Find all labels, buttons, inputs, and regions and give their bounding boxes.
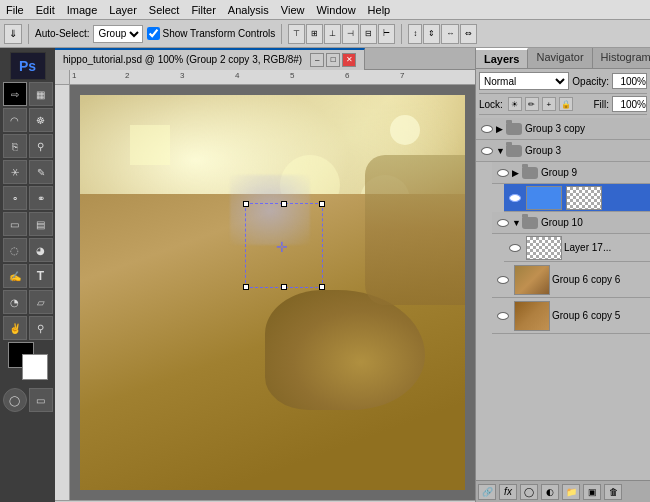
- maximize-btn[interactable]: □: [326, 53, 340, 67]
- menu-file[interactable]: File: [0, 2, 30, 18]
- minimize-btn[interactable]: –: [310, 53, 324, 67]
- layer-item-group10[interactable]: ▼ Group 10: [492, 212, 650, 234]
- align-vcenter-btn[interactable]: ⊞: [306, 24, 323, 44]
- folder-icon-group9: [522, 167, 538, 179]
- canvas-tab-item[interactable]: hippo_tutorial.psd @ 100% (Group 2 copy …: [55, 48, 365, 70]
- blur-tool[interactable]: ◌: [3, 238, 27, 262]
- folder-arrow: ▶: [496, 124, 506, 134]
- menu-window[interactable]: Window: [310, 2, 361, 18]
- lasso-tool[interactable]: ◠: [3, 108, 27, 132]
- new-layer-btn[interactable]: ▣: [583, 484, 601, 500]
- layer-item-selected[interactable]: [504, 184, 650, 212]
- align-top-btn[interactable]: ⊤: [288, 24, 305, 44]
- selection-handle-tc[interactable]: [281, 201, 287, 207]
- eye-icon-group3[interactable]: [478, 142, 496, 160]
- hand-tool[interactable]: ✌: [3, 316, 27, 340]
- zoom-tool[interactable]: ⚲: [29, 316, 53, 340]
- fill-input[interactable]: [612, 96, 647, 112]
- eye-icon-layer17[interactable]: [506, 239, 524, 257]
- layer-item-group3copy[interactable]: ▶ Group 3 copy: [476, 118, 650, 140]
- canvas-inner[interactable]: ✛: [70, 85, 475, 500]
- ruler-label-7: 7: [400, 71, 404, 80]
- autoselect-dropdown[interactable]: Group Layer: [93, 25, 143, 43]
- menu-select[interactable]: Select: [143, 2, 186, 18]
- align-right-btn[interactable]: ⊢: [378, 24, 395, 44]
- screen-mode-tool[interactable]: ▭: [29, 388, 53, 412]
- menu-image[interactable]: Image: [61, 2, 104, 18]
- lock-all-btn[interactable]: 🔒: [559, 97, 573, 111]
- quick-mask-tool[interactable]: ◯: [3, 388, 27, 412]
- healing-tool[interactable]: ⚹: [3, 160, 27, 184]
- align-bottom-btn[interactable]: ⊥: [324, 24, 341, 44]
- link-layers-btn[interactable]: 🔗: [478, 484, 496, 500]
- lock-position-btn[interactable]: +: [542, 97, 556, 111]
- eye-icon-group3copy[interactable]: [478, 120, 496, 138]
- selection-tool[interactable]: ▦: [29, 82, 53, 106]
- gradient-tool[interactable]: ▤: [29, 212, 53, 236]
- folder-icon-group3copy: [506, 123, 522, 135]
- move-tool[interactable]: ⇨: [3, 82, 27, 106]
- dodge-tool[interactable]: ◕: [29, 238, 53, 262]
- eye-icon-group9[interactable]: [494, 164, 512, 182]
- opacity-label: Opacity:: [572, 76, 609, 87]
- menu-filter[interactable]: Filter: [185, 2, 221, 18]
- delete-layer-btn[interactable]: 🗑: [604, 484, 622, 500]
- dist-bottom-btn[interactable]: ↔: [441, 24, 459, 44]
- align-hcenter-btn[interactable]: ⊟: [360, 24, 377, 44]
- eye-icon-selected[interactable]: [506, 189, 524, 207]
- layer-item-group6copy5[interactable]: Group 6 copy 5: [492, 298, 650, 334]
- lock-transparent-btn[interactable]: ☀: [508, 97, 522, 111]
- dist-left-btn[interactable]: ⇔: [460, 24, 477, 44]
- lock-pixels-btn[interactable]: ✏: [525, 97, 539, 111]
- layer-item-layer17[interactable]: Layer 17...: [504, 234, 650, 262]
- close-btn[interactable]: ✕: [342, 53, 356, 67]
- selection-handle-tl[interactable]: [243, 201, 249, 207]
- selection-handle-bl[interactable]: [243, 284, 249, 290]
- layers-controls: Normal Opacity: Lock: ☀ ✏ + 🔒 Fill:: [476, 69, 650, 118]
- background-color[interactable]: [22, 354, 48, 380]
- window-controls: – □ ✕: [310, 53, 356, 67]
- history-tool[interactable]: ⚭: [29, 186, 53, 210]
- group-layers-btn[interactable]: 📁: [562, 484, 580, 500]
- layers-tab[interactable]: Layers: [476, 48, 528, 68]
- layer-name-group6copy5: Group 6 copy 5: [552, 310, 648, 321]
- navigator-tab[interactable]: Navigator: [528, 48, 592, 68]
- menu-edit[interactable]: Edit: [30, 2, 61, 18]
- dist-top-btn[interactable]: ↕: [408, 24, 422, 44]
- eye-icon-group10[interactable]: [494, 214, 512, 232]
- eye-icon-group6copy5[interactable]: [494, 307, 512, 325]
- layer-item-group9[interactable]: ▶ Group 9: [492, 162, 650, 184]
- crop-tool[interactable]: ⎘: [3, 134, 27, 158]
- move-tool-btn[interactable]: ⇓: [4, 24, 22, 44]
- layer-item-group6copy6[interactable]: Group 6 copy 6: [492, 262, 650, 298]
- dist-vcenter-btn[interactable]: ⇕: [423, 24, 440, 44]
- magic-wand-tool[interactable]: ☸: [29, 108, 53, 132]
- menu-layer[interactable]: Layer: [103, 2, 143, 18]
- selection-handle-tr[interactable]: [319, 201, 325, 207]
- eye-icon-group6copy6[interactable]: [494, 271, 512, 289]
- eraser-tool[interactable]: ▭: [3, 212, 27, 236]
- type-tool[interactable]: T: [29, 264, 53, 288]
- fx-btn[interactable]: fx: [499, 484, 517, 500]
- opacity-input[interactable]: [612, 73, 647, 89]
- blend-mode-dropdown[interactable]: Normal: [479, 72, 569, 90]
- selection-handle-bc[interactable]: [281, 284, 287, 290]
- layer-name-group10: Group 10: [541, 217, 648, 228]
- show-transform-checkbox[interactable]: Show Transform Controls: [147, 27, 275, 40]
- adjustment-btn[interactable]: ◐: [541, 484, 559, 500]
- align-left-btn[interactable]: ⊣: [342, 24, 359, 44]
- brush-tool[interactable]: ✎: [29, 160, 53, 184]
- selection-handle-br[interactable]: [319, 284, 325, 290]
- histogram-tab[interactable]: Histogram: [593, 48, 650, 68]
- path-tool[interactable]: ◔: [3, 290, 27, 314]
- pen-tool[interactable]: ✍: [3, 264, 27, 288]
- add-mask-btn[interactable]: ◯: [520, 484, 538, 500]
- fill-label: Fill:: [593, 99, 609, 110]
- menu-view[interactable]: View: [275, 2, 311, 18]
- clone-tool[interactable]: ⚬: [3, 186, 27, 210]
- eyedropper-tool[interactable]: ⚲: [29, 134, 53, 158]
- menu-help[interactable]: Help: [362, 2, 397, 18]
- menu-analysis[interactable]: Analysis: [222, 2, 275, 18]
- shape-tool[interactable]: ▱: [29, 290, 53, 314]
- layer-item-group3[interactable]: ▼ Group 3: [476, 140, 650, 162]
